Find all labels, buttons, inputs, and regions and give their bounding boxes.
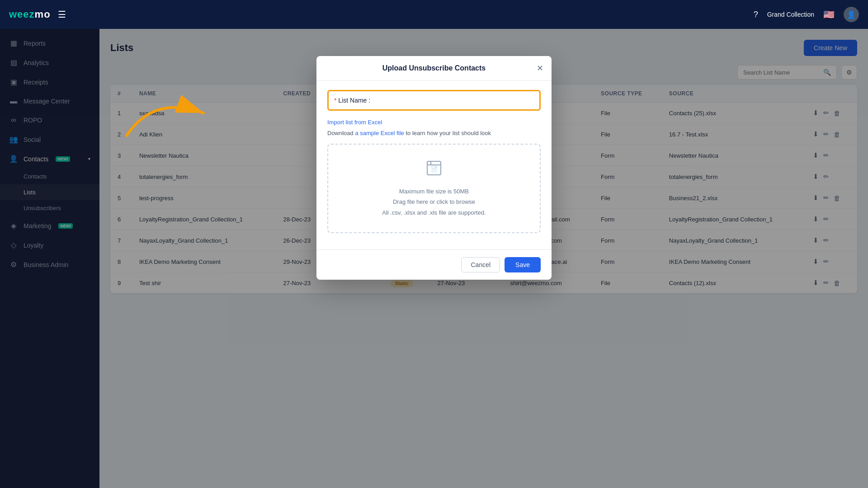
upload-icon: 📄 <box>337 159 531 181</box>
flag-icon: 🇺🇸 <box>823 9 835 20</box>
help-icon[interactable]: ? <box>754 10 758 19</box>
menu-toggle-icon[interactable]: ☰ <box>58 9 66 20</box>
list-name-input[interactable] <box>375 95 534 106</box>
svg-text:📄: 📄 <box>431 165 438 172</box>
list-name-row: * List Name : <box>327 90 541 111</box>
download-suffix: to learn how your list should look <box>406 130 491 136</box>
modal-footer: Cancel Save <box>316 249 552 280</box>
required-asterisk: * <box>334 97 336 104</box>
import-link[interactable]: Import list from Excel <box>327 119 382 126</box>
download-row: Download a sample Excel file to learn ho… <box>327 130 541 136</box>
save-button[interactable]: Save <box>505 257 541 272</box>
topbar-right: ? Grand Collection 🇺🇸 👤 <box>754 7 859 22</box>
modal-header: Upload Unsubscribe Contacts ✕ <box>316 56 552 81</box>
user-avatar[interactable]: 👤 <box>844 7 859 22</box>
upload-text: Maximum file size is 50MB Drag file here… <box>337 186 531 218</box>
upload-area[interactable]: 📄 Maximum file size is 50MB Drag file he… <box>327 144 541 233</box>
import-link-row: Import list from Excel <box>327 118 541 126</box>
upload-modal: Upload Unsubscribe Contacts ✕ * List Nam… <box>316 56 552 280</box>
cancel-button[interactable]: Cancel <box>461 257 500 272</box>
upload-formats: All .csv, .xlsx and .xls file are suppor… <box>337 207 531 218</box>
modal-title: Upload Unsubscribe Contacts <box>382 64 486 72</box>
modal-body: * List Name : Import list from Excel Dow… <box>316 81 552 249</box>
topbar-left: weezmo ☰ <box>9 9 66 20</box>
upload-max-size: Maximum file size is 50MB <box>337 186 531 197</box>
download-text: Download <box>327 130 354 136</box>
org-name: Grand Collection <box>767 11 814 18</box>
sample-link[interactable]: a sample Excel file <box>355 130 404 136</box>
logo: weezmo <box>9 9 51 20</box>
topbar: weezmo ☰ ? Grand Collection 🇺🇸 👤 <box>0 0 868 29</box>
modal-overlay[interactable]: Upload Unsubscribe Contacts ✕ * List Nam… <box>0 29 868 488</box>
modal-close-button[interactable]: ✕ <box>537 63 543 73</box>
upload-drag-text: Drag file here or click to browse <box>337 197 531 207</box>
list-name-label: * List Name : <box>334 97 370 104</box>
